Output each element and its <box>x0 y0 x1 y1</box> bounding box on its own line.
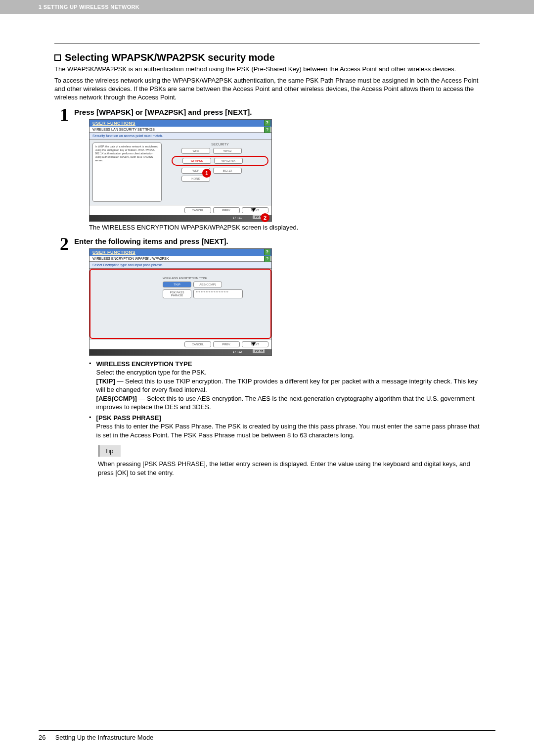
ss2-statusbar: 17 : 12 JOB ST <box>89 349 271 355</box>
square-bullet-icon <box>54 54 61 61</box>
intro-para-1: The WPAPSK/WPA2PSK is an authentication … <box>54 65 480 74</box>
ss2-time: 17 : 12 <box>233 350 242 353</box>
ss1-titlebar: USER FUNCTIONS ? <box>89 120 271 127</box>
ss1-instruction: Security function on access point must m… <box>89 133 271 140</box>
btn-cancel[interactable]: CANCEL <box>184 341 211 347</box>
step-1-after: The WIRELESS ENCRYPTION WPAPSK/WPA2PSK s… <box>89 224 480 231</box>
step-2-title: Enter the following items and press [NEX… <box>74 237 480 245</box>
btn-wpapsk[interactable]: WPAPSK <box>182 158 211 164</box>
ss1-info-box: In WEP, the data of a wireless network i… <box>92 142 162 202</box>
intro-para-2: To access the wireless network using the… <box>54 77 480 102</box>
callout-2: 2 <box>261 213 269 222</box>
btn-prev[interactable]: PREV. <box>213 207 240 213</box>
ss1-security-label: SECURITY <box>172 142 268 146</box>
ss1-titlebar-text: USER FUNCTIONS <box>92 121 135 126</box>
help-icon: ? <box>264 249 270 255</box>
step-2: 2 Enter the following items and press [N… <box>54 235 480 477</box>
bullet-list: • WIRELESS ENCRYPTION TYPE Select the en… <box>74 360 480 440</box>
aes-label: [AES(CCMP)] <box>96 395 137 402</box>
ss1-statusbar: 17 : 11 JOB ST 2 <box>89 215 271 221</box>
callout-1: 1 <box>202 169 211 178</box>
chapter-header: 1 SETTING UP WIRELESS NETWORK <box>0 0 534 14</box>
ss2-subheader: WIRELESS ENCRYPTION WPAPSK / WPA2PSK ? <box>89 256 271 262</box>
section-heading-text: Selecting WPAPSK/WPA2PSK security mode <box>65 52 275 63</box>
section-heading: Selecting WPAPSK/WPA2PSK security mode <box>54 52 480 63</box>
step-1-title: Press [WPAPSK] or [WPA2PSK] and press [N… <box>74 108 480 116</box>
bullet-enc-type: WIRELESS ENCRYPTION TYPE Select the encr… <box>96 360 480 412</box>
screenshot-security-settings: USER FUNCTIONS ? WIRELESS LAN SECURITY S… <box>89 119 272 222</box>
btn-wpa2psk[interactable]: WPA2PSK <box>214 158 243 164</box>
ss2-instruction: Select Encryption type and input pass ph… <box>89 262 271 269</box>
step-number: 2 <box>54 235 74 253</box>
ss1-time: 17 : 11 <box>233 216 242 219</box>
ss2-jobst: JOB ST <box>253 349 265 353</box>
ss2-titlebar-text: USER FUNCTIONS <box>92 250 135 255</box>
btn-prev[interactable]: PREV. <box>213 341 240 347</box>
help-icon: ? <box>264 127 270 133</box>
btn-wpa[interactable]: WPA <box>181 148 210 154</box>
tip-text: When pressing [PSK PASS PHRASE], the let… <box>98 460 480 477</box>
chapter-title: 1 SETTING UP WIRELESS NETWORK <box>39 4 139 10</box>
step-number: 1 <box>54 106 74 124</box>
tip-label: Tip <box>105 447 114 455</box>
bullet-dot-icon: • <box>74 414 96 421</box>
enc-heading: WIRELESS ENCRYPTION TYPE <box>96 360 192 368</box>
btn-tkip[interactable]: TKIP <box>163 282 191 287</box>
btn-psk-pass-phrase[interactable]: PSK PASS PHRASE <box>163 289 191 298</box>
btn-wpa2[interactable]: WPA2 <box>213 148 242 154</box>
ss1-security-panel: SECURITY WPA WPA2 WPAPSK WPA2PSK 1 WEP <box>172 142 268 202</box>
tip-box: Tip <box>98 445 121 457</box>
ss2-titlebar: USER FUNCTIONS ? <box>89 249 271 256</box>
tkip-label: [TKIP] <box>96 378 115 385</box>
help-icon: ? <box>264 256 270 262</box>
psk-pass-phrase-field[interactable]: ******************** <box>193 289 243 298</box>
screenshot-encryption: USER FUNCTIONS ? WIRELESS ENCRYPTION WPA… <box>89 248 272 356</box>
ss2-subheader-text: WIRELESS ENCRYPTION WPAPSK / WPA2PSK <box>92 257 169 260</box>
enc-intro: Select the encryption type for the PSK. <box>96 369 207 376</box>
btn-8021x[interactable]: 802.1X <box>213 168 242 174</box>
btn-aes[interactable]: AES(CCMP) <box>193 282 222 287</box>
help-icon: ? <box>264 120 270 126</box>
psk-text: Press this to enter the PSK Pass Phrase.… <box>96 423 480 439</box>
step-1: 1 Press [WPAPSK] or [WPA2PSK] and press … <box>54 106 480 231</box>
top-divider <box>54 44 480 44</box>
bullet-psk: [PSK PASS PHRASE] Press this to enter th… <box>96 414 480 440</box>
ss1-subheader: WIRELESS LAN SECURITY SETTINGS ? <box>89 127 271 133</box>
page-body: Selecting WPAPSK/WPA2PSK security mode T… <box>0 14 534 477</box>
psk-heading: [PSK PASS PHRASE] <box>96 414 161 422</box>
btn-cancel[interactable]: CANCEL <box>184 207 211 213</box>
ss2-enc-panel: WIRELESS ENCRYPTION TYPE TKIP AES(CCMP) … <box>163 277 267 298</box>
tkip-text: — Select this to use TKIP encryption. Th… <box>96 378 478 394</box>
ss2-enc-label: WIRELESS ENCRYPTION TYPE <box>163 277 267 280</box>
aes-text: — Select this to use AES encryption. The… <box>96 395 475 411</box>
bullet-dot-icon: • <box>74 360 96 367</box>
ss1-subheader-text: WIRELESS LAN SECURITY SETTINGS <box>92 128 155 131</box>
